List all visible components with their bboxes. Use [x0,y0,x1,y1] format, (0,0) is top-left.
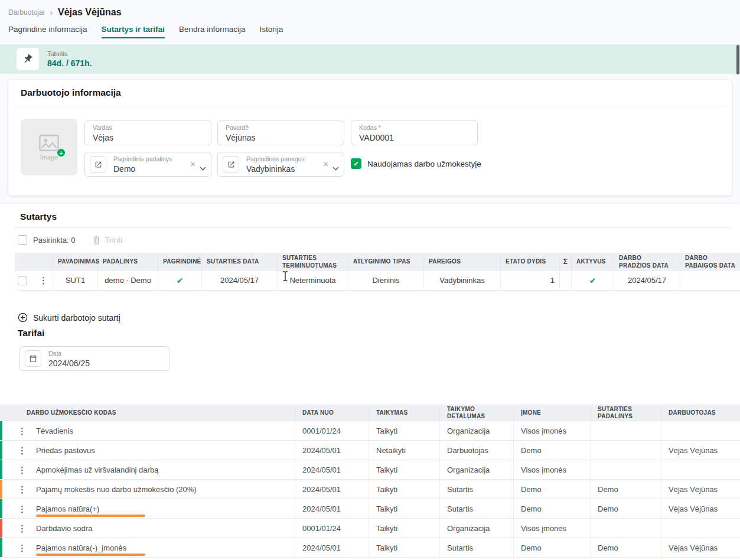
orange-underline [36,554,145,556]
banner-text: Tabelis 84d. / 671h. [47,50,92,69]
breadcrumb-parent-link[interactable]: Darbuotojai [8,8,44,17]
cell-taikymas: Taikyti [369,499,440,518]
timesheet-pin-button[interactable] [17,48,39,70]
main-position-select[interactable]: Pagrindinės pareigos Vadybininkas × [217,152,344,177]
select-all-checkbox[interactable] [18,235,27,245]
chevron-down-glyph [200,167,206,171]
kebab-menu-icon[interactable]: ⋮ [39,276,48,285]
employee-photo-upload[interactable]: Image + [21,119,77,175]
open-in-new-icon [94,161,102,168]
header-cell: TAIKYMO DETALUMAS [440,405,514,421]
divider [14,106,726,106]
field-value: Vadybininkas [246,164,295,174]
cell-darbuotojas [661,421,740,440]
cell-darbuotojas: Vėjas Vėjūnas [661,499,740,518]
cell-padalinys: Demo [591,538,661,557]
cell-imone: Visos įmonės [514,519,591,538]
cell-padalinys [591,441,661,460]
add-photo-icon[interactable]: + [57,148,66,157]
cell-imone: Visos įmonės [514,421,591,440]
header-cell: SUTARTIES TERMINUOTUMAS [278,254,348,270]
table-row: ⋮Apmokėjimas už viršvalandinį darbą2024/… [0,460,740,480]
code-field[interactable]: Kodas * VAD0001 [351,121,478,145]
section-title-employee-info: Darbuotojo informacija [21,87,121,98]
scrollbar-thumb[interactable] [736,45,739,74]
text-cursor [282,271,289,282]
main-department-select[interactable]: Pagrindinis padalinys Demo × [84,152,211,177]
first-name-field[interactable]: Vardas Vėjas [84,121,211,145]
last-name-field[interactable]: Pavardė Vėjūnas [217,121,344,145]
clear-icon[interactable]: × [190,159,195,170]
tariffs-table-body: ⋮Tėvadienis0001/01/24TaikytiOrganizacija… [0,421,740,558]
page-title: Vėjas Vėjūnas [58,7,122,18]
calendar-button[interactable] [25,350,41,367]
field-label: Vardas [93,124,112,131]
table-row: ⋮Pajamos natūra(+)2024/05/01TaikytiSutar… [0,499,740,519]
cell-padalinys: Demo [591,499,661,518]
chevron-down-icon[interactable] [332,162,339,173]
cell-imone: Demo [514,538,591,557]
cell-imone: Demo [514,499,591,518]
cell-imone: Demo [514,441,591,460]
tab-bendra-informacija[interactable]: Bendra informacija [179,25,246,38]
kebab-menu-icon[interactable]: ⋮ [18,426,27,435]
payroll-checkbox[interactable]: ✔ [351,158,361,169]
calendar-icon [29,354,37,363]
open-in-new-button[interactable] [223,156,239,172]
create-contract-button[interactable]: Sukurti darbotojo sutartį [18,312,120,323]
cell-kodas: ⋮Pajamos natūra(+) [0,499,295,518]
header-cell: PAREIGOS [424,254,501,270]
selected-count-label: Pasirinkta: 0 [33,236,76,245]
header-cell: DARBO UŽMOKESČIO KODAS [0,405,295,421]
cell-data_nuo: 2024/05/01 [295,460,369,479]
kebab-menu-icon[interactable]: ⋮ [18,446,27,455]
cell-detalumas: Darbuotojas [440,441,514,460]
kebab-menu-icon[interactable]: ⋮ [18,465,27,474]
contracts-table-header: PAVADINIMASPADALINYSPAGRINDINĖSUTARTIES … [15,253,740,271]
tab-sutartys-ir-tarifai[interactable]: Sutartys ir tarifai [102,25,165,38]
kebab-menu-icon[interactable]: ⋮ [18,543,27,552]
cell-kodas: ⋮Pajamos natūra(-)_įmonės [0,538,295,557]
field-value: Vėjūnas [226,133,256,142]
kebab-menu-icon[interactable]: ⋮ [18,504,27,513]
tariffs-table-header: DARBO UŽMOKESČIO KODASDATA NUOTAIKYMASTA… [0,405,740,421]
banner-value: 84d. / 671h. [47,58,92,69]
cell-taikymas: Taikyti [369,480,440,499]
plus-circle-icon [18,312,28,323]
tab-istorija[interactable]: Istorija [259,25,283,38]
clear-icon[interactable]: × [323,159,328,170]
table-row: ⋮Pajamos natūra(-)_įmonės2024/05/01Taiky… [0,538,740,558]
field-label: Pagrindinis padalinys [113,155,172,162]
cell-detalumas: Organizacija [440,460,514,479]
row-checkbox[interactable] [18,276,27,285]
trash-icon [92,235,100,245]
cell-padalinys: Demo [591,480,661,499]
cell-pabaigos_data [680,271,740,290]
cell-etato_dydis: 1 [501,271,560,290]
field-value: 2024/06/25 [48,359,90,368]
header-cell: DARBO PABAIGOS DATA [680,254,740,270]
cell-darbuotojas: Vėjas Vėjūnas [661,441,740,460]
open-in-new-button[interactable] [90,156,106,172]
cell-kodas: ⋮Apmokėjimas už viršvalandinį darbą [0,460,295,479]
kebab-menu-icon[interactable]: ⋮ [18,524,27,533]
contracts-table-body: ⋮SUT1demo - Demo✔2024/05/17NeterminuotaD… [15,271,740,291]
header-cell: AKTYVUS [572,254,614,270]
table-row: ⋮Priedas pastovus2024/05/01NetaikytiDarb… [0,441,740,460]
field-label: Kodas * [359,124,381,131]
row-color-bar [0,441,2,460]
delete-button[interactable]: Trinti [92,235,123,245]
tariff-name: Pajamos natūra(+) [36,504,99,513]
kebab-menu-icon[interactable]: ⋮ [18,485,27,494]
table-row: ⋮Pajamų mokestis nuo darbo užmokesčio (2… [0,480,740,499]
chevron-down-glyph [332,167,339,171]
date-field[interactable]: Data 2024/06/25 [19,346,169,371]
cell-data_nuo: 2024/05/01 [295,538,369,557]
timesheet-banner: Tabelis 84d. / 671h. [0,44,740,74]
chevron-down-icon[interactable] [200,162,206,173]
cell-kodas: ⋮Tėvadienis [0,421,295,440]
tab-pagrindinė-informacija[interactable]: Pagrindinė informacija [8,25,87,38]
row-color-bar [0,499,2,518]
row-color-bar [0,421,2,440]
cell-data_nuo: 2024/05/01 [295,499,369,518]
